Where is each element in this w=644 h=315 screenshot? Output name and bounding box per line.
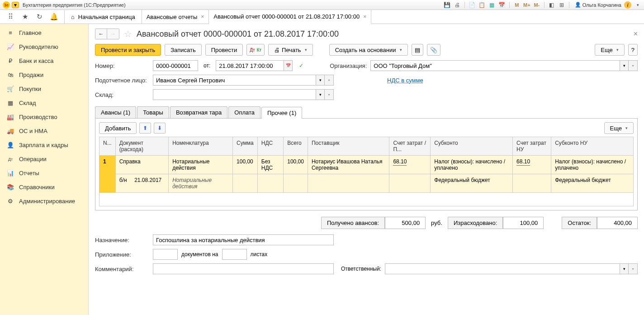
sidebar-item-reports[interactable]: 📊Отчеты bbox=[0, 166, 88, 180]
number-input[interactable] bbox=[153, 60, 198, 71]
sidebar-item-purchases[interactable]: 🛒Покупки bbox=[0, 82, 88, 96]
tab-expense-report-doc[interactable]: Авансовый отчет 0000-000001 от 21.08.201… bbox=[209, 10, 371, 24]
col-vendor[interactable]: Поставщик bbox=[308, 137, 389, 156]
post-close-button[interactable]: Провести и закрыть bbox=[95, 44, 161, 56]
app-menu-button[interactable]: ▾ bbox=[12, 2, 19, 8]
form-button[interactable]: ▤ bbox=[412, 44, 423, 56]
sidebar-item-salary[interactable]: 👤Зарплата и кадры bbox=[0, 138, 88, 152]
clipboard-icon[interactable]: 📋 bbox=[478, 1, 486, 9]
post-button[interactable]: Провести bbox=[205, 44, 243, 56]
apps-icon[interactable]: ⠿ bbox=[6, 13, 14, 21]
close-icon[interactable]: × bbox=[363, 14, 366, 20]
print-icon[interactable]: 🖨 bbox=[454, 1, 461, 9]
titlebar: 1c ▾ Бухгалтерия предприятия (1С:Предпри… bbox=[0, 0, 644, 10]
favorite-star-icon[interactable]: ☆ bbox=[124, 29, 132, 39]
open-icon[interactable]: ▫ bbox=[629, 263, 638, 274]
col-acc[interactable]: Счет затрат / П... bbox=[389, 137, 431, 156]
calendar-icon[interactable]: 📅 bbox=[498, 1, 506, 9]
add-button[interactable]: Добавить bbox=[99, 122, 137, 134]
org-input[interactable] bbox=[370, 60, 620, 71]
chevron-down-icon[interactable]: ▾ bbox=[634, 1, 641, 9]
move-down-button[interactable]: ⬇ bbox=[154, 123, 166, 134]
more-button[interactable]: Еще bbox=[595, 44, 624, 56]
dtkt-button[interactable]: ДтКт bbox=[246, 44, 265, 56]
sidebar-item-operations[interactable]: ДтОперации bbox=[0, 152, 88, 166]
col-total[interactable]: Всего bbox=[284, 137, 308, 156]
table-row[interactable]: 1 Справка Нотариальные действия 100,00 Б… bbox=[99, 156, 634, 174]
sidebar-item-catalogs[interactable]: 📚Справочники bbox=[0, 180, 88, 194]
tab-containers[interactable]: Возвратная тара bbox=[170, 106, 227, 118]
col-nom[interactable]: Номенклатура bbox=[169, 137, 233, 156]
dropdown-icon[interactable]: ▾ bbox=[620, 263, 629, 274]
warehouse-input[interactable] bbox=[153, 89, 316, 100]
cell-acc: 68.10 bbox=[389, 156, 431, 174]
history-icon[interactable]: ↻ bbox=[35, 13, 43, 21]
dropdown-icon[interactable]: ▾ bbox=[620, 60, 629, 71]
sidebar-item-sales[interactable]: 🛍Продажи bbox=[0, 68, 88, 82]
grid-icon[interactable]: ▦ bbox=[488, 1, 496, 9]
write-button[interactable]: Записать bbox=[165, 44, 202, 56]
help-button[interactable]: ? bbox=[628, 44, 638, 56]
open-icon[interactable]: ▫ bbox=[325, 89, 334, 100]
sidebar-item-main[interactable]: ≡Главное bbox=[0, 26, 88, 40]
m-button[interactable]: M bbox=[513, 1, 521, 9]
dropdown-icon[interactable]: ▾ bbox=[316, 89, 325, 100]
sidebar-item-os[interactable]: 🚚ОС и НМА bbox=[0, 124, 88, 138]
nds-link[interactable]: НДС в сумме bbox=[387, 77, 423, 84]
open-icon[interactable]: ▫ bbox=[325, 75, 334, 86]
attach-button[interactable]: 📎 bbox=[427, 44, 440, 56]
star-icon[interactable]: ★ bbox=[21, 13, 29, 21]
check-icon[interactable]: ✓ bbox=[299, 62, 303, 69]
attach-label: Приложение: bbox=[95, 251, 149, 258]
calendar-icon[interactable]: 📅 bbox=[284, 60, 293, 71]
date-input[interactable] bbox=[216, 60, 284, 71]
dropdown-icon[interactable]: ▾ bbox=[316, 75, 325, 86]
print-button[interactable]: 🖨Печать bbox=[268, 44, 313, 56]
sheets-count-input[interactable] bbox=[222, 249, 247, 260]
close-doc-button[interactable]: × bbox=[634, 30, 638, 38]
user-label[interactable]: 👤Ольга Корчагина bbox=[575, 2, 621, 8]
tab-payment[interactable]: Оплата bbox=[228, 106, 260, 118]
move-up-button[interactable]: ⬆ bbox=[139, 123, 151, 134]
open-icon[interactable]: ▫ bbox=[629, 60, 638, 71]
m-plus-button[interactable]: M+ bbox=[523, 1, 530, 9]
tab-expense-reports[interactable]: Авансовые отчеты × bbox=[142, 10, 209, 24]
info-icon[interactable]: i bbox=[624, 1, 631, 9]
sidebar-item-bank[interactable]: ₽Банк и касса bbox=[0, 54, 88, 68]
col-n[interactable]: N... bbox=[99, 137, 116, 156]
table-more-button[interactable]: Еще bbox=[604, 122, 634, 134]
sidebar-item-admin[interactable]: ⚙Администрирование bbox=[0, 194, 88, 208]
doc-icon[interactable]: 📄 bbox=[469, 1, 476, 9]
col-subnu[interactable]: Субконто НУ bbox=[551, 137, 634, 156]
col-sub[interactable]: Субконто bbox=[431, 137, 513, 156]
col-nds[interactable]: НДС bbox=[257, 137, 283, 156]
col-doc[interactable]: Документ (расхода) bbox=[115, 137, 169, 156]
create-based-button[interactable]: Создать на основании bbox=[329, 44, 408, 56]
docs-count-input[interactable] bbox=[153, 249, 178, 260]
close-icon[interactable]: × bbox=[201, 14, 204, 20]
layout-icon[interactable]: ◧ bbox=[548, 1, 555, 9]
table-header-row: N... Документ (расхода) Номенклатура Сум… bbox=[99, 137, 634, 156]
sidebar-item-warehouse[interactable]: ▦Склад bbox=[0, 96, 88, 110]
tab-other[interactable]: Прочее (1) bbox=[261, 107, 302, 119]
home-tab[interactable]: ⌂ Начальная страница bbox=[65, 10, 142, 24]
sidebar-item-manager[interactable]: 📈Руководителю bbox=[0, 40, 88, 54]
m-minus-button[interactable]: M- bbox=[533, 1, 540, 9]
tab-goods[interactable]: Товары bbox=[137, 106, 169, 118]
resp-input[interactable] bbox=[385, 263, 620, 274]
sidebar-item-production[interactable]: 🏭Производство bbox=[0, 110, 88, 124]
forward-button[interactable]: → bbox=[107, 29, 119, 39]
purpose-input[interactable] bbox=[153, 234, 334, 245]
back-button[interactable]: ← bbox=[95, 29, 107, 39]
comment-input[interactable] bbox=[153, 263, 334, 274]
person-input[interactable] bbox=[153, 75, 316, 86]
col-accnu[interactable]: Счет затрат НУ bbox=[513, 137, 551, 156]
resp-label: Ответственный: bbox=[341, 266, 381, 272]
window-icon[interactable]: ⊞ bbox=[558, 1, 565, 9]
person-icon: 👤 bbox=[6, 142, 14, 148]
col-sum[interactable]: Сумма bbox=[233, 137, 258, 156]
bell-icon[interactable]: 🔔 bbox=[50, 13, 58, 21]
tab-advances[interactable]: Авансы (1) bbox=[95, 106, 136, 118]
save-icon[interactable]: 💾 bbox=[444, 1, 451, 9]
table-row[interactable]: б/н 21.08.2017 Нотариальные действия Фед… bbox=[99, 174, 634, 193]
